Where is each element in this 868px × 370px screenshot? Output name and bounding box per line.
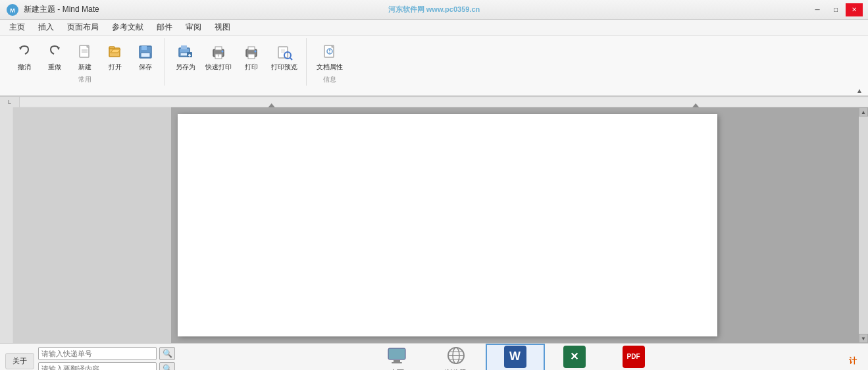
menu-page-layout[interactable]: 页面布局 (61, 20, 105, 35)
docprops-label: 文档属性 (317, 63, 343, 72)
menu-review[interactable]: 审阅 (179, 20, 208, 35)
undo-icon (14, 41, 35, 63)
scroll-down-button[interactable]: ▼ (859, 334, 868, 343)
ribbon-group-info-label: 信息 (323, 75, 336, 84)
save-label: 保存 (139, 63, 152, 72)
tracking-search-button[interactable]: 🔍 (159, 347, 175, 360)
menu-mail[interactable]: 邮件 (150, 20, 179, 35)
browser-app-button[interactable]: 浏览器 (426, 344, 486, 371)
ruler-horizontal: for(let i=0;i<1280;i+=10){ const h = i%1… (20, 97, 868, 107)
document-page (178, 114, 717, 336)
svg-rect-8 (109, 47, 115, 49)
browser-icon (445, 345, 467, 367)
svg-text:M: M (10, 7, 15, 14)
ruler-corner: L (0, 97, 20, 107)
save-icon (135, 41, 156, 63)
print-icon (241, 41, 262, 63)
svg-rect-47 (392, 362, 402, 363)
saveas-button[interactable]: 另存为 (172, 40, 199, 74)
translate-input[interactable] (38, 362, 157, 370)
svg-line-29 (290, 58, 292, 60)
ribbon-collapse-button[interactable]: ▲ (854, 87, 865, 94)
excel-icon (563, 346, 586, 368)
canvas-area[interactable] (171, 107, 859, 343)
menu-view[interactable]: 视图 (208, 20, 237, 35)
watermark: 河东软件网 www.pc0359.cn (388, 5, 480, 14)
main-area: ▲ ▼ (0, 107, 868, 343)
svg-rect-25 (248, 54, 255, 59)
undo-button[interactable]: 撤消 (11, 40, 38, 74)
print-button[interactable]: 打印 (238, 40, 265, 74)
ruler-container: L for(let i=0;i<1280;i+=10){ const h = i… (0, 97, 868, 107)
desktop-label: 桌面 (390, 368, 404, 371)
svg-point-21 (222, 51, 224, 53)
open-label: 打开 (109, 63, 122, 72)
redo-icon (44, 41, 65, 63)
undo-label: 撤消 (18, 63, 31, 72)
pdf-icon: PDF (623, 346, 645, 368)
app-logo: M (5, 3, 20, 17)
word-icon (504, 346, 526, 368)
bottom-inputs: 🔍 🔍 (38, 347, 175, 370)
svg-point-26 (255, 51, 257, 53)
svg-rect-46 (394, 360, 400, 362)
quickprint-button[interactable]: ? 快速打印 (202, 40, 235, 74)
svg-rect-36 (20, 97, 868, 107)
translate-search-button[interactable]: 🔍 (159, 362, 175, 370)
menu-bar: 主页 插入 页面布局 参考文献 邮件 审阅 视图 (0, 20, 868, 36)
svg-rect-24 (248, 47, 255, 50)
bottom-toolbar: 关于 🔍 🔍 桌面 (0, 343, 868, 370)
redo-label: 重做 (48, 63, 61, 72)
desktop-app-button[interactable]: 桌面 (367, 344, 426, 371)
bottom-app-icons: 桌面 浏览器 Word (187, 344, 843, 371)
quickprint-label: 快速打印 (205, 63, 232, 72)
menu-references[interactable]: 参考文献 (105, 20, 150, 35)
open-icon (105, 41, 126, 63)
printpreview-icon (274, 41, 295, 63)
redo-button[interactable]: 重做 (41, 40, 68, 74)
vertical-scrollbar[interactable]: ▲ ▼ (859, 107, 868, 343)
page-sidebar (13, 107, 171, 343)
menu-home[interactable]: 主页 (3, 20, 32, 35)
close-button[interactable]: ✕ (846, 3, 863, 16)
ruler-vertical (0, 107, 13, 343)
menu-insert[interactable]: 插入 (32, 20, 61, 35)
right-edge-label: 计 (843, 356, 863, 367)
browser-label: 浏览器 (445, 368, 467, 371)
svg-text:?: ? (218, 54, 220, 58)
minimize-button[interactable]: ─ (809, 3, 826, 16)
print-label: 打印 (245, 63, 258, 72)
svg-marker-2 (19, 47, 22, 50)
scroll-up-button[interactable]: ▲ (859, 107, 868, 117)
word-app-button[interactable]: Word (486, 344, 545, 371)
new-button[interactable]: 新建 (71, 40, 99, 74)
svg-rect-11 (141, 53, 150, 57)
new-label: 新建 (78, 63, 91, 72)
ribbon-group-print: 另存为 ? 快速打印 (166, 38, 307, 86)
ribbon: 撤消 重做 (0, 36, 868, 97)
svg-point-35 (329, 52, 330, 53)
ribbon-group-common-label: 常用 (78, 75, 91, 84)
printpreview-label: 打印预览 (271, 63, 297, 72)
about-button[interactable]: 关于 (5, 353, 34, 369)
docprops-icon (319, 41, 340, 63)
desktop-icon (386, 345, 408, 367)
ribbon-group-info: 文档属性 信息 (308, 38, 351, 86)
svg-rect-10 (141, 46, 147, 50)
window-controls: ─ □ ✕ (809, 3, 863, 16)
open-button[interactable]: 打开 (101, 40, 129, 74)
restore-button[interactable]: □ (827, 3, 844, 16)
save-button[interactable]: 保存 (132, 40, 159, 74)
excel-app-button[interactable]: Excel (545, 344, 604, 371)
printpreview-button[interactable]: 打印预览 (268, 40, 301, 74)
svg-rect-45 (388, 348, 405, 359)
scroll-track[interactable] (859, 117, 868, 334)
pdf-app-button[interactable]: PDF PDF (604, 344, 663, 371)
ribbon-group-print-label (236, 75, 238, 82)
saveas-label: 另存为 (176, 63, 195, 72)
svg-marker-3 (57, 47, 60, 50)
quickprint-icon: ? (208, 41, 229, 63)
docprops-button[interactable]: 文档属性 (313, 40, 346, 74)
tracking-input[interactable] (38, 347, 157, 360)
svg-rect-43 (0, 107, 13, 343)
